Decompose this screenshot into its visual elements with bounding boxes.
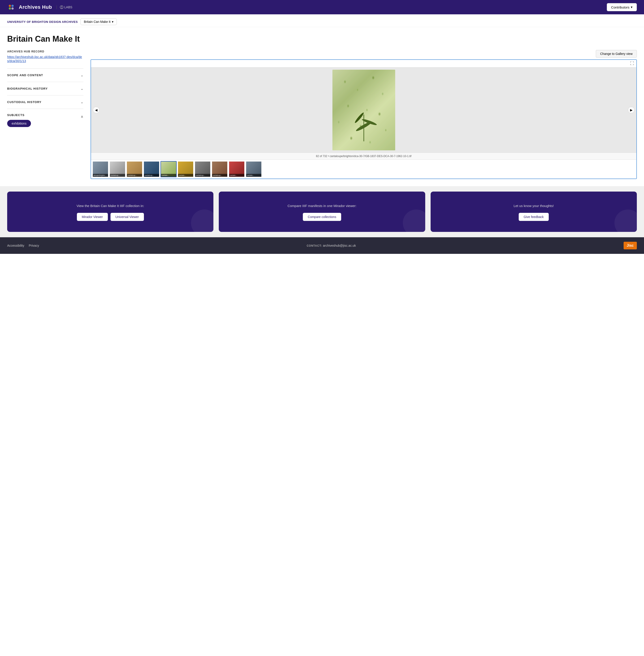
card-iiif-viewers: View the Britain Can Make It IIIF collec… [7, 191, 213, 232]
svg-point-1 [9, 5, 11, 7]
breadcrumb-collection-dropdown[interactable]: Britain Can Make It ▾ [80, 18, 117, 25]
archives-hub-record: ARCHIVES HUB RECORD https://archiveshub.… [7, 50, 84, 63]
labs-icon [60, 5, 64, 9]
card-feedback: Let us know your thoughts! Give feedback [431, 191, 637, 232]
subject-tag-exhibitions[interactable]: exhibitions [7, 120, 31, 127]
thumbnail-4[interactable]: cantalo... [161, 161, 177, 177]
mirador-viewer-button[interactable]: Mirador Viewer [77, 213, 108, 221]
chevron-down-icon: ▾ [631, 5, 632, 9]
chevron-down-icon: ⌄ [80, 100, 84, 104]
universal-viewer-button[interactable]: Universal Viewer [111, 213, 144, 221]
footer: Accessibility Privacy CONTACT: archivesh… [0, 237, 644, 254]
footer-privacy-link[interactable]: Privacy [29, 244, 39, 247]
accordion-biography-header[interactable]: BIOGRAPHICAL HISTORY ⌄ [7, 87, 84, 91]
record-label: ARCHIVES HUB RECORD [7, 50, 84, 53]
thumbnail-7[interactable]: cantaloup... [212, 161, 228, 177]
viewer-controls-top: Change to Gallery view [91, 50, 637, 57]
svg-point-2 [12, 5, 14, 7]
image-viewer-panel: Change to Gallery view ⛶ ◀ ▶ 82 of 7 [91, 50, 637, 179]
contributors-label: Contributors [611, 5, 629, 9]
prev-image-button[interactable]: ◀ [93, 107, 99, 113]
svg-point-3 [9, 7, 11, 9]
contact-label: CONTACT: [307, 244, 322, 247]
give-feedback-button[interactable]: Give feedback [519, 213, 549, 221]
accordion-biography: BIOGRAPHICAL HISTORY ⌄ [7, 82, 84, 95]
viewer-toolbar: ⛶ [91, 60, 636, 67]
fullscreen-button[interactable]: ⛶ [630, 61, 634, 66]
breadcrumb-collection-label: Britain Can Make It [84, 20, 111, 24]
breadcrumb: University of Brighton Design Archives B… [0, 14, 644, 27]
viewer-container: ⛶ ◀ ▶ 82 of 732 • cantaloupe/brighton/dc… [91, 60, 637, 179]
card-iiif-text: View the Britain Can Make It IIIF collec… [76, 204, 144, 209]
contributors-button[interactable]: Contributors ▾ [607, 3, 637, 11]
thumbnails-strip: aloupe/brighton/dca...cantaloup...cantal… [91, 160, 636, 179]
footer-links: Accessibility Privacy [7, 244, 39, 247]
footer-accessibility-link[interactable]: Accessibility [7, 244, 24, 247]
archives-hub-logo-icon [7, 3, 15, 11]
header-left: Archives Hub LABS [7, 3, 72, 11]
card-compare-text: Compare IIIF manifests in one Mirador vi… [288, 204, 356, 209]
subjects-title: SUBJECTS [7, 113, 24, 117]
card-compare-buttons: Compare collections [303, 213, 341, 221]
thumbnail-6[interactable]: cantaloup... [194, 161, 211, 177]
left-panel: ARCHIVES HUB RECORD https://archiveshub.… [7, 50, 84, 132]
thumbnail-2[interactable]: cantaloup... [127, 161, 142, 177]
bottom-cards-section: View the Britain Can Make It IIIF collec… [0, 186, 644, 237]
accordion-scope-header[interactable]: SCOPE AND CONTENT ⌄ [7, 73, 84, 77]
accordion-scope-title: SCOPE AND CONTENT [7, 73, 43, 77]
footer-contact: CONTACT: archiveshub@jisc.ac.uk [307, 244, 356, 247]
viewer-caption: 82 of 732 • cantaloupe/brighton/dca-30-7… [91, 153, 636, 160]
gallery-view-button[interactable]: Change to Gallery view [596, 50, 637, 57]
thumbnail-1[interactable]: cantaloup... [109, 161, 125, 177]
chevron-down-icon: ⌄ [80, 87, 84, 91]
page-title-section: Britain Can Make It [0, 27, 644, 46]
accordion-custodial-title: CUSTODIAL HISTORY [7, 100, 42, 104]
breadcrumb-org[interactable]: University of Brighton Design Archives [7, 20, 78, 24]
page-title: Britain Can Make It [7, 34, 637, 44]
card-feedback-text: Let us know your thoughts! [513, 204, 554, 209]
labs-badge: LABS [56, 5, 72, 9]
accordion-biography-title: BIOGRAPHICAL HISTORY [7, 87, 48, 90]
thumbnail-8[interactable]: cantalo... [229, 161, 245, 177]
site-title: Archives Hub [19, 4, 52, 10]
chevron-up-icon: ∧ [81, 115, 84, 119]
jisc-badge: Jisc [624, 242, 637, 249]
thumbnail-5[interactable]: cantalo... [178, 161, 194, 177]
record-link[interactable]: https://archiveshub.jisc.ac.uk/data/gb18… [7, 55, 82, 63]
card-iiif-buttons: Mirador Viewer Universal Viewer [77, 213, 144, 221]
labs-label: LABS [64, 5, 72, 9]
chevron-down-icon: ▾ [112, 20, 113, 24]
svg-point-4 [12, 7, 14, 9]
viewer-image-area: ◀ ▶ [91, 67, 636, 153]
thumbnail-9[interactable]: cantalo... [246, 161, 262, 177]
accordion-scope: SCOPE AND CONTENT ⌄ [7, 68, 84, 82]
subjects-header[interactable]: SUBJECTS ∧ [7, 113, 84, 120]
chevron-down-icon: ⌄ [80, 73, 84, 77]
next-image-button[interactable]: ▶ [628, 107, 635, 113]
compare-collections-button[interactable]: Compare collections [303, 213, 341, 221]
thumbnail-0[interactable]: aloupe/brighton/dca... [92, 161, 109, 177]
svg-point-6 [61, 6, 62, 7]
accordion-custodial: CUSTODIAL HISTORY ⌄ [7, 95, 84, 109]
card-feedback-buttons: Give feedback [519, 213, 549, 221]
contact-email-link[interactable]: archiveshub@jisc.ac.uk [323, 244, 356, 247]
card-compare: Compare IIIF manifests in one Mirador vi… [219, 191, 425, 232]
viewer-main-image [332, 70, 395, 150]
accordion-custodial-header[interactable]: CUSTODIAL HISTORY ⌄ [7, 100, 84, 104]
svg-rect-0 [7, 3, 15, 11]
subjects-section: SUBJECTS ∧ exhibitions [7, 109, 84, 132]
thumbnail-3[interactable]: cantaloup... [143, 161, 160, 177]
main-content: ARCHIVES HUB RECORD https://archiveshub.… [0, 46, 644, 186]
header: Archives Hub LABS Contributors ▾ [0, 0, 644, 14]
